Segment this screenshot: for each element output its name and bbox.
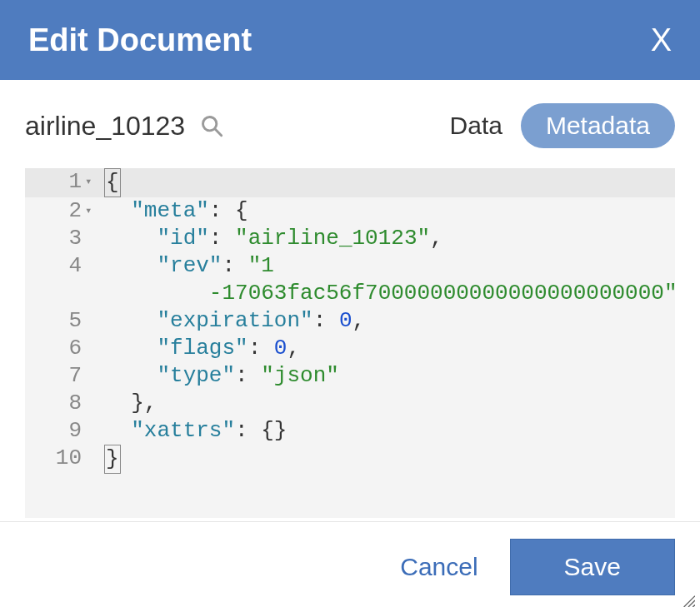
line-number: 3 bbox=[25, 225, 85, 252]
editor-line[interactable]: 7 "type": "json" bbox=[25, 362, 675, 390]
line-number: 6 bbox=[25, 335, 85, 362]
tab-data[interactable]: Data bbox=[450, 112, 502, 140]
dialog-title: Edit Document bbox=[28, 22, 252, 58]
svg-line-1 bbox=[215, 129, 222, 136]
code-content[interactable]: "expiration": 0, bbox=[105, 307, 675, 335]
search-icon[interactable] bbox=[200, 114, 223, 137]
dialog-footer: Cancel Save bbox=[0, 521, 700, 612]
editor-line[interactable]: 10} bbox=[25, 445, 675, 474]
editor-line[interactable]: 3 "id": "airline_10123", bbox=[25, 225, 675, 252]
code-content[interactable]: "rev": "1 bbox=[105, 252, 675, 280]
line-number: 8 bbox=[25, 390, 85, 417]
code-content[interactable]: { bbox=[105, 168, 675, 197]
editor-line[interactable]: 2▾ "meta": { bbox=[25, 197, 675, 225]
code-content[interactable]: } bbox=[105, 445, 675, 474]
subheader: airline_10123 Data Metadata bbox=[0, 80, 700, 168]
code-content[interactable]: "type": "json" bbox=[105, 362, 675, 390]
line-number: 9 bbox=[25, 417, 85, 445]
fold-toggle-icon bbox=[85, 335, 105, 362]
fold-toggle-icon bbox=[85, 390, 105, 417]
fold-toggle-icon bbox=[85, 252, 105, 280]
document-id-group: airline_10123 bbox=[25, 111, 223, 142]
fold-toggle-icon bbox=[85, 362, 105, 390]
close-icon[interactable]: X bbox=[651, 24, 672, 56]
line-number: 2 bbox=[25, 197, 85, 225]
cancel-button[interactable]: Cancel bbox=[400, 553, 478, 581]
editor-line[interactable]: 9 "xattrs": {} bbox=[25, 417, 675, 445]
line-number bbox=[25, 280, 85, 307]
editor-line[interactable]: 1▾{ bbox=[25, 168, 675, 197]
code-content[interactable]: "flags": 0, bbox=[105, 335, 675, 362]
json-editor[interactable]: 1▾{2▾ "meta": {3 "id": "airline_10123",4… bbox=[25, 168, 675, 518]
line-number: 10 bbox=[25, 445, 85, 474]
editor-line[interactable]: 6 "flags": 0, bbox=[25, 335, 675, 362]
line-number: 7 bbox=[25, 362, 85, 390]
code-content[interactable]: }, bbox=[105, 390, 675, 417]
fold-toggle-icon bbox=[85, 417, 105, 445]
editor-line[interactable]: 8 }, bbox=[25, 390, 675, 417]
dialog-header: Edit Document X bbox=[0, 0, 700, 80]
editor-line[interactable]: 5 "expiration": 0, bbox=[25, 307, 675, 335]
code-content[interactable]: -17063fac56f70000000000000000000000", bbox=[105, 280, 675, 307]
line-number: 1 bbox=[25, 168, 85, 197]
editor-line[interactable]: -17063fac56f70000000000000000000000", bbox=[25, 280, 675, 307]
document-id: airline_10123 bbox=[25, 111, 185, 142]
tab-metadata[interactable]: Metadata bbox=[521, 103, 675, 148]
fold-toggle-icon[interactable]: ▾ bbox=[85, 168, 105, 197]
fold-toggle-icon bbox=[85, 225, 105, 252]
fold-toggle-icon bbox=[85, 280, 105, 307]
fold-toggle-icon bbox=[85, 445, 105, 474]
line-number: 4 bbox=[25, 252, 85, 280]
code-content[interactable]: "meta": { bbox=[105, 197, 675, 225]
save-button[interactable]: Save bbox=[510, 539, 675, 595]
fold-toggle-icon bbox=[85, 307, 105, 335]
line-number: 5 bbox=[25, 307, 85, 335]
code-content[interactable]: "id": "airline_10123", bbox=[105, 225, 675, 252]
fold-toggle-icon[interactable]: ▾ bbox=[85, 197, 105, 225]
code-content[interactable]: "xattrs": {} bbox=[105, 417, 675, 445]
editor-line[interactable]: 4 "rev": "1 bbox=[25, 252, 675, 280]
view-tabs: Data Metadata bbox=[450, 103, 675, 148]
